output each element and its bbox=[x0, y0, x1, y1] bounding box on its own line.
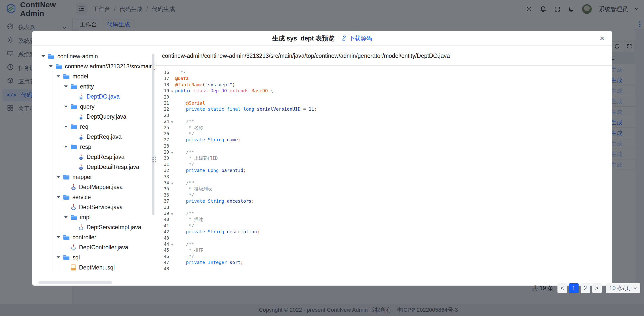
tree-caret-icon[interactable] bbox=[49, 65, 56, 67]
tree-folder-item[interactable]: req bbox=[42, 122, 155, 132]
tree-caret-icon[interactable] bbox=[64, 146, 71, 148]
pagination-next-button[interactable]: > bbox=[592, 283, 602, 293]
tree-folder-item[interactable]: mapper bbox=[42, 172, 155, 182]
download-source-link[interactable]: 下载源码 bbox=[341, 34, 372, 42]
line-number: 40 bbox=[155, 216, 169, 222]
code-text: /** bbox=[175, 118, 612, 124]
code-line: 32 private Long parentId; bbox=[155, 167, 612, 173]
fold-icon[interactable]: ∨ bbox=[169, 150, 175, 156]
line-number: 33 bbox=[155, 174, 169, 180]
folder-icon bbox=[48, 54, 55, 59]
folder-icon bbox=[71, 144, 77, 150]
preview-modal: 生成 sys_dept 表预览 下载源码 × continew-admincon… bbox=[32, 31, 612, 286]
tree-folder-item[interactable]: controller bbox=[42, 232, 155, 242]
code-text: * 排序 bbox=[175, 247, 612, 253]
pane-resize-handle[interactable] bbox=[152, 157, 156, 162]
pagination-page-1[interactable]: 1 bbox=[569, 283, 579, 293]
code-text: @Data bbox=[175, 75, 612, 81]
close-icon[interactable]: × bbox=[599, 32, 605, 44]
line-number: 29 bbox=[155, 149, 169, 155]
fold-icon[interactable]: ∨ bbox=[169, 88, 175, 95]
code-line: 48 bbox=[155, 266, 612, 272]
tree-indent-guide bbox=[42, 71, 49, 81]
tree-folder-item[interactable]: resp bbox=[42, 142, 155, 152]
fold-gutter bbox=[169, 223, 175, 230]
code-text: @TableName("sys_dept") bbox=[175, 82, 612, 88]
fold-gutter bbox=[169, 266, 175, 273]
code-text: private String name; bbox=[175, 137, 612, 143]
code-line: 47 private Integer sort; bbox=[155, 259, 612, 265]
tree-indent-guide bbox=[49, 212, 57, 222]
tree-folder-item[interactable]: continew-admin bbox=[42, 51, 155, 61]
line-number: 32 bbox=[155, 167, 169, 173]
code-line: 31 */ bbox=[155, 161, 612, 167]
pagination-prev-button[interactable]: < bbox=[557, 283, 567, 293]
line-number: 39 bbox=[155, 210, 169, 216]
tree-caret-icon[interactable] bbox=[64, 216, 71, 218]
pagination-page-2[interactable]: 2 bbox=[581, 283, 590, 293]
tree-folder-item[interactable]: query bbox=[42, 102, 155, 112]
fold-icon[interactable]: ∨ bbox=[169, 180, 175, 187]
tree-indent-guide bbox=[42, 252, 49, 262]
tree-file-item[interactable]: DeptDO.java bbox=[42, 92, 155, 102]
folder-icon bbox=[56, 64, 62, 69]
tree-caret-icon[interactable] bbox=[64, 106, 71, 108]
tree-caret-icon[interactable] bbox=[57, 176, 63, 178]
tree-file-item[interactable]: DeptReq.java bbox=[42, 132, 155, 142]
tree-file-item[interactable]: DeptMenu.sql bbox=[42, 262, 155, 273]
tree-indent-guide bbox=[42, 92, 49, 102]
tree-item-label: DeptService.java bbox=[79, 204, 123, 211]
tree-file-item[interactable]: DeptController.java bbox=[42, 242, 155, 252]
fold-gutter bbox=[169, 131, 175, 138]
tree-file-item[interactable]: DeptService.java bbox=[42, 202, 155, 212]
tree-folder-item[interactable]: model bbox=[42, 71, 155, 81]
tree-caret-icon[interactable] bbox=[57, 256, 63, 258]
code-text: /** bbox=[175, 180, 612, 186]
tree-caret-icon[interactable] bbox=[64, 85, 71, 87]
tree-indent-guide bbox=[42, 172, 49, 182]
tree-horizontal-scrollbar[interactable] bbox=[38, 281, 112, 284]
fold-icon[interactable]: ∨ bbox=[169, 242, 175, 248]
tree-file-item[interactable]: DeptMapper.java bbox=[42, 182, 155, 192]
tree-indent-guide bbox=[49, 152, 57, 162]
tree-caret-icon[interactable] bbox=[57, 196, 63, 198]
tree-folder-item[interactable]: entity bbox=[42, 81, 155, 92]
tree-file-item[interactable]: DeptQuery.java bbox=[42, 112, 155, 122]
tree-caret-icon[interactable] bbox=[57, 75, 63, 77]
tree-file-item[interactable]: DeptDetailResp.java bbox=[42, 162, 155, 172]
tree-indent-guide bbox=[49, 92, 57, 102]
tree-vertical-scrollbar[interactable] bbox=[152, 54, 154, 215]
tree-indent-guide bbox=[57, 152, 64, 162]
page-size-select[interactable]: 10 条/页 bbox=[606, 283, 640, 293]
tree-folder-item[interactable]: sql bbox=[42, 252, 155, 262]
tree-folder-item[interactable]: continew-admin/3213213/src/main/java/top bbox=[42, 61, 155, 71]
code-line: 40 * 描述 bbox=[155, 216, 612, 222]
code-text: private Long parentId; bbox=[175, 167, 612, 173]
tree-caret-icon[interactable] bbox=[64, 126, 71, 128]
tree-indent-guide bbox=[42, 242, 49, 252]
tree-indent-guide bbox=[42, 182, 49, 192]
tree-file-item[interactable]: DeptResp.java bbox=[42, 152, 155, 162]
fold-icon[interactable]: ∨ bbox=[169, 119, 175, 125]
folder-icon bbox=[63, 255, 70, 260]
tree-indent-guide bbox=[42, 152, 49, 162]
code-text bbox=[175, 143, 612, 149]
line-number: 20 bbox=[155, 94, 169, 100]
modal-body: continew-admincontinew-admin/3213213/src… bbox=[32, 46, 612, 286]
code-text: */ bbox=[175, 192, 612, 198]
tree-item-label: DeptDetailResp.java bbox=[87, 164, 139, 170]
tree-file-item[interactable]: DeptServiceImpl.java bbox=[42, 222, 155, 232]
tree-folder-item[interactable]: service bbox=[42, 192, 155, 202]
tree-indent-guide bbox=[64, 222, 72, 232]
line-number: 23 bbox=[155, 112, 169, 118]
tree-folder-item[interactable]: impl bbox=[42, 212, 155, 222]
tree-caret-icon[interactable] bbox=[57, 236, 63, 238]
folder-icon bbox=[63, 74, 70, 79]
tree-item-label: DeptServiceImpl.java bbox=[87, 224, 141, 231]
fold-gutter bbox=[169, 76, 175, 82]
code-editor[interactable]: 16 */17@Data18@TableName("sys_dept")19∨p… bbox=[155, 66, 612, 286]
tree-indent-guide bbox=[49, 112, 57, 122]
tree-indent-guide bbox=[49, 182, 57, 192]
fold-icon[interactable]: ∨ bbox=[169, 211, 175, 217]
tree-caret-icon[interactable] bbox=[42, 55, 48, 57]
